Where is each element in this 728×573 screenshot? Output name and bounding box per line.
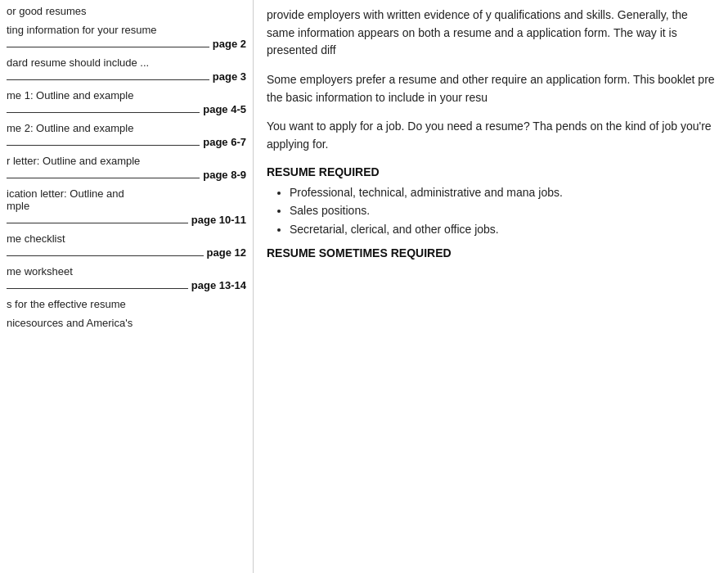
resume-required-title: RESUME REQUIRED: [267, 165, 718, 178]
toc-page-0: page 2: [213, 38, 246, 50]
toc-label-8: s for the effective resume: [7, 298, 246, 310]
toc-label-1: dard resume should include ...: [7, 56, 246, 69]
toc-item-7: me worksheetpage 13-14: [0, 260, 253, 293]
toc-item-2: me 1: Outline and examplepage 4-5: [0, 84, 253, 117]
paragraph-3: You want to apply for a job. Do you need…: [267, 118, 718, 153]
toc-page-3: page 6-7: [203, 136, 246, 148]
toc-item-8: s for the effective resume: [0, 293, 253, 312]
toc-title-item: or good resumes: [0, 0, 253, 19]
toc-label-7: me worksheet: [7, 265, 246, 277]
toc-page-6: page 12: [207, 246, 246, 259]
toc-item-3: me 2: Outline and examplepage 6-7: [0, 117, 253, 150]
resume-required-list: Professional, technical, administrative …: [267, 183, 718, 238]
list-item: Professional, technical, administrative …: [290, 183, 718, 201]
toc-item-9: nicesources and America's: [0, 312, 253, 331]
toc-page-7: page 13-14: [191, 279, 246, 291]
toc-item-6: me checklistpage 12: [0, 228, 253, 260]
toc-label-9: nicesources and America's: [7, 317, 246, 329]
toc-item-4: r letter: Outline and examplepage 8-9: [0, 150, 253, 183]
toc-page-2: page 4-5: [203, 103, 246, 115]
resume-sometimes-title: RESUME SOMETIMES REQUIRED: [267, 246, 718, 259]
toc-label-0: ting information for your resume: [7, 24, 246, 36]
toc-label-5: ication letter: Outline and: [7, 187, 246, 200]
toc-label-6: me checklist: [7, 232, 246, 245]
toc-label-5: mple: [7, 200, 246, 212]
toc-label-3: me 2: Outline and example: [7, 122, 246, 134]
paragraph-2: Some employers prefer a resume and other…: [267, 71, 718, 106]
toc-page-5: page 10-11: [191, 214, 246, 226]
toc-page-4: page 8-9: [203, 169, 246, 181]
toc-label-2: me 1: Outline and example: [7, 89, 246, 102]
toc-item-5: ication letter: Outline andmplepage 10-1…: [0, 183, 253, 228]
toc-page-1: page 3: [213, 70, 246, 83]
toc-label-4: r letter: Outline and example: [7, 155, 246, 167]
left-panel: or good resumes ting information for you…: [0, 0, 254, 573]
list-item: Sales positions.: [290, 201, 718, 219]
toc-title: or good resumes: [7, 5, 246, 17]
right-panel: provide employers with written evidence …: [254, 0, 728, 573]
list-item: Secretarial, clerical, and other office …: [290, 220, 718, 238]
toc-item-1: dard resume should include ...page 3: [0, 52, 253, 84]
toc-item-0: ting information for your resumepage 2: [0, 19, 253, 52]
paragraph-1: provide employers with written evidence …: [267, 7, 718, 60]
